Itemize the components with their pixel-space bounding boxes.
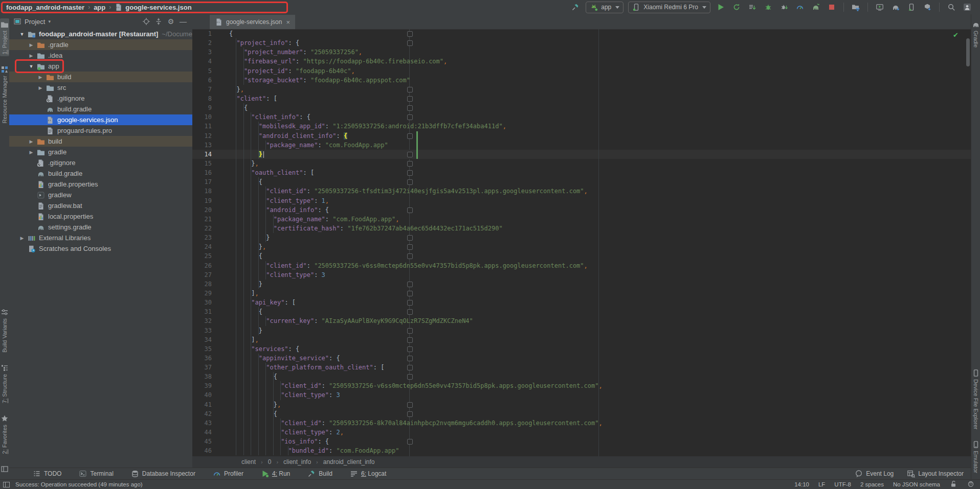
fold-region-start-icon[interactable] xyxy=(407,365,413,370)
run-config-select[interactable]: app xyxy=(586,2,623,13)
code-line-28[interactable]: 28} xyxy=(192,280,971,289)
code-line-22[interactable]: 22"certificate_hash": "1fe762b37247ab4a6… xyxy=(192,224,971,233)
gear-icon-button[interactable]: ⚙ xyxy=(166,16,176,27)
caret-position-indicator[interactable]: 14:10 xyxy=(794,481,809,487)
expand-arrow-icon[interactable]: ▶ xyxy=(26,53,37,58)
tool-window-button-build[interactable]: Build xyxy=(307,470,332,478)
tree-item--idea[interactable]: ▶.idea xyxy=(9,50,192,61)
unlock-icon-button[interactable] xyxy=(949,480,957,489)
stripe-item-window-toggle-icon[interactable] xyxy=(0,463,9,475)
code-line-42[interactable]: 42{ xyxy=(192,409,971,418)
indent-indicator[interactable]: 2 spaces xyxy=(860,481,884,487)
encoding-indicator[interactable]: UTF-8 xyxy=(834,481,851,487)
breadcrumb-item[interactable]: app xyxy=(94,4,105,11)
project-panel-title[interactable]: Project xyxy=(25,18,45,26)
sync-gradle-icon-button[interactable] xyxy=(810,2,821,13)
code-line-10[interactable]: 10"client_info": { xyxy=(192,112,971,122)
code-line-2[interactable]: 2"project_info": { xyxy=(192,38,971,48)
code-line-46[interactable]: 46"bundle_id": "com.FoodApp.app" xyxy=(192,446,971,455)
running-devices-icon-button[interactable] xyxy=(874,2,885,13)
hide-icon-button[interactable]: — xyxy=(178,16,188,27)
tool-window-button-6-logcat[interactable]: 6: Logcat xyxy=(350,470,386,478)
expand-arrow-icon[interactable]: ▶ xyxy=(26,42,37,48)
code-line-41[interactable]: 41}, xyxy=(192,400,971,409)
apply-code-changes-icon-button[interactable] xyxy=(747,2,758,13)
code-line-40[interactable]: 40"client_type": 3 xyxy=(192,390,971,400)
code-line-24[interactable]: 24}, xyxy=(192,242,971,251)
tree-item-gradlew[interactable]: gradlew xyxy=(9,190,192,200)
device-manager-icon-button[interactable] xyxy=(906,2,917,13)
code-line-5[interactable]: 5"project_id": "foodapp-6b40c", xyxy=(192,66,971,76)
tree-item-external-libraries[interactable]: ▶External Libraries xyxy=(9,232,192,243)
collapse-all-icon-button[interactable] xyxy=(153,16,164,27)
fold-region-end-icon[interactable] xyxy=(407,244,413,250)
code-line-32[interactable]: 32"current_key": "AIzaSyAAuPlBXeyK9G9CqO… xyxy=(192,316,971,325)
tool-window-button-terminal[interactable]: Terminal xyxy=(79,470,113,478)
tool-window-button-database-inspector[interactable]: Database Inspector xyxy=(131,470,195,478)
collapse-arrow-icon[interactable]: ▼ xyxy=(16,32,28,37)
stripe-item-gradle[interactable]: Gradle xyxy=(971,18,980,50)
code-line-13[interactable]: 13"package_name": "com.FoodApp.app" xyxy=(192,141,971,150)
code-line-45[interactable]: 45"ios_info": { xyxy=(192,437,971,446)
code-editor[interactable]: 1{2"project_info": {3"project_number": "… xyxy=(192,29,971,456)
code-line-25[interactable]: 25{ xyxy=(192,251,971,261)
fold-region-start-icon[interactable] xyxy=(407,170,413,176)
code-line-38[interactable]: 38{ xyxy=(192,372,971,381)
code-line-37[interactable]: 37"other_platform_oauth_client": [ xyxy=(192,363,971,372)
code-line-34[interactable]: 34], xyxy=(192,335,971,344)
fold-region-start-icon[interactable] xyxy=(407,439,413,445)
code-line-36[interactable]: 36"appinvite_service": { xyxy=(192,354,971,363)
tool-window-button-layout-inspector[interactable]: Layout Inspector xyxy=(907,470,964,478)
code-line-44[interactable]: 44"client_type": 2, xyxy=(192,428,971,437)
fold-region-end-icon[interactable] xyxy=(407,152,413,157)
tool-window-button-4-run[interactable]: 4: Run xyxy=(261,470,290,478)
tree-item-google-services-json[interactable]: google-services.json xyxy=(9,114,192,125)
collapse-arrow-icon[interactable]: ▼ xyxy=(26,64,37,69)
tab-google-services-json[interactable]: google-services.json × xyxy=(210,15,295,29)
code-line-18[interactable]: 18"client_id": "25059337256-tfsdtim3j472… xyxy=(192,187,971,196)
hammer-icon-button[interactable] xyxy=(570,2,581,13)
code-line-1[interactable]: 1{ xyxy=(192,29,971,38)
fold-region-start-icon[interactable] xyxy=(407,374,413,380)
tree-item-foodapp-android-master-restaurant-[interactable]: ▼foodapp_android-master [Restaurant]~/Do… xyxy=(9,29,192,39)
code-line-7[interactable]: 7}, xyxy=(192,85,971,94)
code-line-3[interactable]: 3"project_number": "25059337256", xyxy=(192,48,971,57)
code-line-35[interactable]: 35"services": { xyxy=(192,344,971,354)
fold-region-start-icon[interactable] xyxy=(407,300,413,306)
tool-window-button-todo[interactable]: TODO xyxy=(33,470,61,478)
fold-region-end-icon[interactable] xyxy=(407,282,413,287)
fold-region-end-icon[interactable] xyxy=(407,87,413,92)
code-line-17[interactable]: 17{ xyxy=(192,177,971,187)
code-line-12[interactable]: 12"android_client_info": { xyxy=(192,131,971,141)
inspection-ok-icon[interactable]: ✔ xyxy=(953,31,959,39)
expand-arrow-icon[interactable]: ▶ xyxy=(26,150,37,155)
fold-region-start-icon[interactable] xyxy=(407,309,413,315)
fold-region-start-icon[interactable] xyxy=(407,346,413,352)
json-schema-indicator[interactable]: No JSON schema xyxy=(893,481,940,487)
code-line-15[interactable]: 15}, xyxy=(192,159,971,168)
code-line-26[interactable]: 26"client_id": "25059337256-v6ss0mctep6d… xyxy=(192,261,971,270)
fold-region-start-icon[interactable] xyxy=(407,31,413,37)
debug-icon-button[interactable] xyxy=(763,2,774,13)
stripe-item-emulator[interactable]: Emulator xyxy=(971,438,980,475)
tab-close-icon[interactable]: × xyxy=(286,18,290,26)
json-path-item[interactable]: client xyxy=(241,458,256,465)
tree-item-build[interactable]: ▶build xyxy=(9,136,192,147)
fold-region-end-icon[interactable] xyxy=(407,402,413,408)
stop-icon-button[interactable] xyxy=(826,2,837,13)
stripe-item-2-favorites[interactable]: 2: Favorites xyxy=(0,412,9,456)
fold-region-end-icon[interactable] xyxy=(407,337,413,343)
attach-debugger-icon-button[interactable] xyxy=(778,2,790,13)
json-path-item[interactable]: android_client_info xyxy=(323,458,375,465)
tree-item-gradle[interactable]: ▶gradle xyxy=(9,147,192,157)
breadcrumb-item[interactable]: google-services.json xyxy=(115,3,191,11)
fold-region-start-icon[interactable] xyxy=(407,356,413,361)
fold-region-start-icon[interactable] xyxy=(407,411,413,417)
breadcrumb-item[interactable]: foodapp_android-master xyxy=(6,4,84,11)
code-line-6[interactable]: 6"storage_bucket": "foodapp-6b40c.appspo… xyxy=(192,76,971,85)
profiler-icon-button[interactable] xyxy=(794,2,806,13)
window-toggle-icon[interactable] xyxy=(2,480,10,488)
user-avatar-icon-button[interactable] xyxy=(962,2,973,13)
code-line-27[interactable]: 27"client_type": 3 xyxy=(192,270,971,280)
fold-region-start-icon[interactable] xyxy=(407,96,413,102)
